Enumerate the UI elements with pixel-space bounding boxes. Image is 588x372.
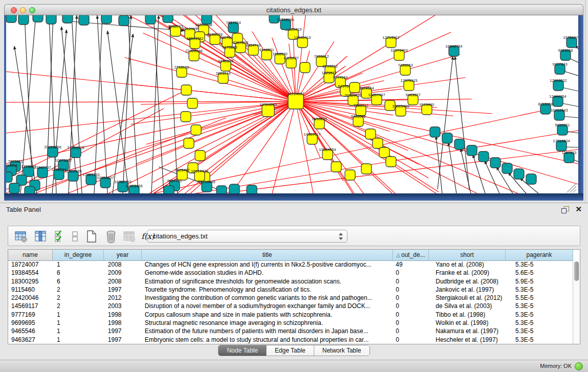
create-column-icon[interactable] (84, 229, 99, 244)
table-cell[interactable]: 5.3E-5 (505, 327, 573, 335)
graph-node[interactable] (361, 164, 372, 174)
table-cell[interactable]: 5.3E-5 (505, 302, 573, 310)
graph-node[interactable] (191, 125, 201, 135)
table-row[interactable]: 946362711997Embryonic stem cells: a mode… (8, 336, 573, 344)
vertical-scrollbar[interactable] (573, 260, 580, 344)
table-cell[interactable]: 1998 (104, 319, 142, 327)
table-cell[interactable]: 2008 (104, 260, 142, 269)
table-row[interactable]: 1938455462009Genome-wide association stu… (8, 269, 573, 277)
table-cell[interactable]: Structural magnetic resonance image aver… (142, 319, 393, 327)
graph-node[interactable] (216, 186, 227, 193)
table-cell[interactable]: 0 (393, 311, 428, 319)
graph-node[interactable] (46, 15, 56, 24)
graph-node[interactable] (430, 127, 440, 137)
network-canvas[interactable]: 1872400718300295896012389129551822605881… (6, 15, 578, 193)
graph-node[interactable] (6, 15, 16, 23)
graph-node[interactable] (33, 15, 43, 22)
unselect-all-columns-icon[interactable] (68, 229, 83, 244)
window-resize-handle[interactable] (573, 189, 576, 192)
table-cell[interactable]: Tibbo et al. (1998) (428, 311, 505, 319)
graph-node[interactable] (331, 162, 341, 172)
table-cell[interactable]: Dudbridge et al. (2008) (428, 277, 505, 286)
table-cell[interactable]: 22420046 (8, 294, 53, 302)
column-header-year[interactable]: year (104, 250, 142, 260)
table-cell[interactable]: Corpus callosum shape and size in male p… (142, 311, 393, 319)
table-cell[interactable]: 14569117 (8, 302, 53, 310)
table-cell[interactable]: 19384554 (8, 269, 53, 277)
graph-node[interactable] (229, 184, 239, 193)
tab-node-table[interactable]: Node Table (219, 345, 267, 356)
graph-node[interactable] (187, 98, 198, 108)
table-cell[interactable]: 9465546 (8, 327, 53, 335)
table-cell[interactable]: 2 (53, 286, 104, 294)
memory-status-icon[interactable] (575, 362, 583, 370)
column-header-in-degree[interactable]: in_degree (53, 250, 104, 260)
graph-node[interactable] (163, 15, 173, 23)
table-cell[interactable]: Estimation of the future numbers of pati… (142, 327, 393, 335)
table-cell[interactable]: 0 (393, 286, 428, 294)
table-cell[interactable]: 5.3E-5 (505, 260, 573, 269)
table-cell[interactable]: 1997 (104, 336, 142, 344)
table-cell[interactable]: 1 (53, 327, 104, 335)
table-cell[interactable]: 0 (393, 327, 428, 335)
table-cell[interactable]: 1 (53, 336, 104, 344)
table-row[interactable]: 911546021997Tourette syndrome. Phenomeno… (8, 286, 573, 294)
column-header-name[interactable]: name (8, 250, 53, 260)
table-cell[interactable]: 9777169 (8, 311, 53, 319)
table-cell[interactable]: Tourette syndrome. Phenomenology and cla… (142, 286, 393, 294)
table-cell[interactable]: 5.3E-5 (505, 319, 573, 327)
table-cell[interactable]: 1998 (104, 311, 142, 319)
table-row[interactable]: 1872400712008Changes of HCN gene express… (8, 260, 573, 269)
table-cell[interactable]: Changes of HCN gene expression and I(f) … (142, 260, 393, 269)
table-cell[interactable]: 0 (393, 294, 428, 302)
table-cell[interactable]: 2 (53, 302, 104, 310)
table-cell[interactable]: 5.3E-5 (505, 336, 573, 344)
graph-node[interactable] (195, 150, 205, 161)
graph-node[interactable] (365, 129, 376, 139)
graph-node[interactable] (526, 174, 536, 184)
graph-node[interactable] (490, 158, 500, 168)
float-window-icon[interactable] (561, 206, 569, 213)
table-cell[interactable]: Franke et al. (2009) (428, 269, 505, 277)
table-cell[interactable]: 0 (393, 319, 428, 327)
graph-node[interactable] (101, 15, 112, 24)
graph-node[interactable] (18, 15, 29, 25)
graph-node[interactable] (6, 172, 12, 182)
table-cell[interactable]: 1 (53, 260, 104, 269)
table-cell[interactable]: Embryonic stem cells: a model to study s… (142, 336, 393, 344)
graph-node[interactable] (164, 186, 174, 193)
graph-node[interactable] (62, 15, 73, 23)
graph-node[interactable] (119, 15, 129, 26)
graph-node[interactable] (247, 185, 257, 193)
column-header-pagerank[interactable]: pagerank (506, 250, 573, 260)
table-cell[interactable]: 0 (393, 336, 428, 344)
table-cell[interactable]: Stergiakouli et al. (2012) (428, 294, 505, 302)
table-cell[interactable]: 9699695 (8, 319, 53, 327)
graph-node[interactable] (478, 151, 489, 162)
show-columns-icon[interactable] (33, 229, 48, 244)
graph-node[interactable] (181, 85, 191, 95)
graph-node[interactable] (502, 163, 512, 173)
graph-node[interactable] (181, 112, 191, 122)
column-header-title[interactable]: title (142, 250, 393, 260)
table-selector-dropdown[interactable]: citations_edges.txt (147, 230, 347, 243)
table-row[interactable]: 1830029562008Estimation of significance … (8, 277, 573, 286)
delete-column-icon[interactable] (103, 229, 119, 244)
graph-node[interactable] (79, 15, 89, 25)
column-header-out-de-[interactable]: △out_de... (393, 250, 429, 260)
table-cell[interactable]: de Silva et al. (2003) (428, 302, 505, 310)
table-cell[interactable]: 18724007 (8, 260, 53, 269)
table-row[interactable]: 977716911998Corpus callosum shape and si… (8, 311, 573, 319)
table-row[interactable]: 969969511998Structural magnetic resonanc… (8, 319, 573, 327)
table-cell[interactable]: 2009 (104, 269, 142, 277)
graph-node[interactable] (454, 139, 465, 149)
table-cell[interactable]: 1 (53, 311, 104, 319)
window-resize-handle[interactable] (570, 186, 576, 192)
graph-node[interactable] (379, 147, 389, 158)
graph-node[interactable] (345, 170, 355, 180)
graph-node[interactable] (373, 138, 383, 148)
table-cell[interactable]: 5.3E-5 (505, 311, 573, 319)
table-cell[interactable]: 0 (393, 277, 428, 286)
table-cell[interactable]: 5.6E-5 (505, 269, 573, 277)
graph-node[interactable] (145, 15, 156, 24)
